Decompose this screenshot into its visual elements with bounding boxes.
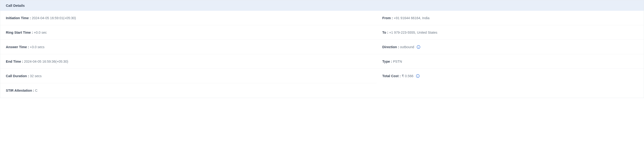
label-answer-time: Answer Time : xyxy=(6,45,29,49)
label-direction: Direction : xyxy=(382,45,399,49)
label-to: To : xyxy=(382,31,388,34)
value-call-duration: 32 secs xyxy=(30,74,42,78)
value-initiation-time: 2024-04-05 16:59:01(+05:30) xyxy=(32,16,76,20)
row-initiation-time: Initiation Time : 2024-04-05 16:59:01(+0… xyxy=(0,11,377,25)
value-total-cost: ₹ 0.566 xyxy=(402,74,413,78)
value-answer-time: +3.0 secs xyxy=(30,45,44,49)
value-to: +1 979-223-5555, United States xyxy=(389,31,438,34)
svg-point-2 xyxy=(418,46,419,46)
panel-body: Initiation Time : 2024-04-05 16:59:01(+0… xyxy=(0,11,644,98)
call-details-panel: Call Details Initiation Time : 2024-04-0… xyxy=(0,0,644,98)
value-ring-start-time: +0.0 sec xyxy=(34,31,47,34)
label-from: From : xyxy=(382,16,393,20)
row-stir-attestation: STIR Attestation : C xyxy=(0,83,377,98)
label-end-time: End Time : xyxy=(6,60,23,63)
label-type: Type : xyxy=(382,60,392,63)
col-left: Initiation Time : 2024-04-05 16:59:01(+0… xyxy=(0,11,377,98)
value-type: PSTN xyxy=(393,60,402,63)
label-call-duration: Call Duration : xyxy=(6,74,29,78)
label-initiation-time: Initiation Time : xyxy=(6,16,31,20)
row-type: Type : PSTN xyxy=(377,54,644,69)
row-call-duration: Call Duration : 32 secs xyxy=(0,69,377,83)
panel-title: Call Details xyxy=(6,4,25,8)
col-right: From : +91 91644 66164, India To : +1 97… xyxy=(377,11,644,98)
value-stir-attestation: C xyxy=(35,88,38,92)
info-icon[interactable] xyxy=(416,45,420,49)
label-ring-start-time: Ring Start Time : xyxy=(6,31,33,34)
row-end-time: End Time : 2024-04-05 16:59:36(+05:30) xyxy=(0,54,377,69)
label-stir-attestation: STIR Attestation : xyxy=(6,88,34,92)
label-total-cost: Total Cost : xyxy=(382,74,401,78)
row-ring-start-time: Ring Start Time : +0.0 sec xyxy=(0,25,377,40)
panel-header: Call Details xyxy=(0,0,644,11)
value-end-time: 2024-04-05 16:59:36(+05:30) xyxy=(24,60,68,63)
row-total-cost: Total Cost : ₹ 0.566 xyxy=(377,69,644,83)
row-direction: Direction : outbound xyxy=(377,40,644,54)
row-from: From : +91 91644 66164, India xyxy=(377,11,644,25)
row-answer-time: Answer Time : +3.0 secs xyxy=(0,40,377,54)
info-icon[interactable] xyxy=(416,74,420,78)
svg-point-5 xyxy=(418,75,418,76)
value-from: +91 91644 66164, India xyxy=(394,16,430,20)
value-direction: outbound xyxy=(400,45,414,49)
row-to: To : +1 979-223-5555, United States xyxy=(377,25,644,40)
